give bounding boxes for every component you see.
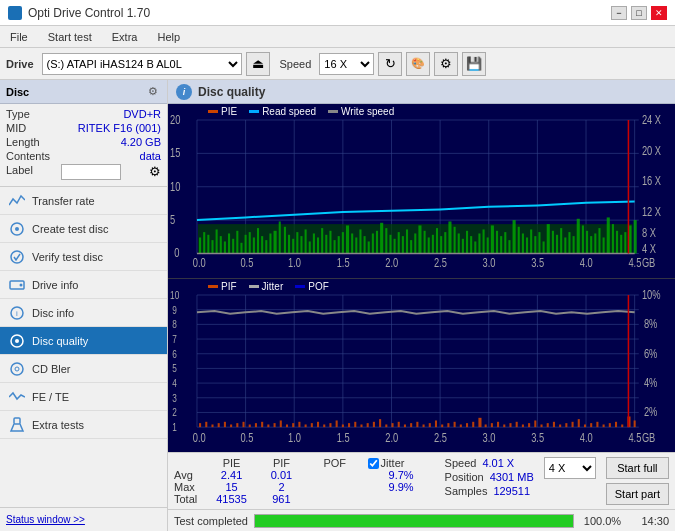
speed-select[interactable]: 16 X <box>319 53 374 75</box>
svg-rect-122 <box>573 236 575 253</box>
start-full-button[interactable]: Start full <box>606 457 669 479</box>
svg-text:4 X: 4 X <box>642 242 656 255</box>
sidebar-item-cd-bler[interactable]: CD Bler <box>0 355 167 383</box>
svg-rect-116 <box>547 224 550 253</box>
drive-info-icon <box>8 276 26 294</box>
svg-text:3: 3 <box>172 391 177 403</box>
svg-rect-230 <box>472 421 474 426</box>
speed-position-samples: Speed 4.01 X Position 4301 MB Samples 12… <box>445 457 534 497</box>
svg-text:5: 5 <box>170 213 175 226</box>
sidebar-item-verify-test-disc-label: Verify test disc <box>32 251 103 263</box>
disc-mid-row: MID RITEK F16 (001) <box>6 122 161 134</box>
main-layout: Disc ⚙ Type DVD+R MID RITEK F16 (001) Le… <box>0 80 675 531</box>
svg-rect-82 <box>402 236 404 253</box>
svg-rect-60 <box>309 241 311 253</box>
svg-text:1.5: 1.5 <box>337 430 350 443</box>
svg-text:2%: 2% <box>644 405 658 418</box>
disc-length-label: Length <box>6 136 40 148</box>
toolbar: Drive (S:) ATAPI iHAS124 B AL0L ⏏ Speed … <box>0 48 675 80</box>
svg-rect-228 <box>460 424 462 427</box>
start-part-button[interactable]: Start part <box>606 483 669 505</box>
sidebar-item-drive-info[interactable]: Drive info <box>0 271 167 299</box>
svg-rect-94 <box>454 227 456 254</box>
menu-help[interactable]: Help <box>153 29 184 45</box>
bottom-statusbar: Test completed 100.0% 14:30 <box>168 509 675 531</box>
svg-rect-38 <box>216 229 218 253</box>
close-button[interactable]: ✕ <box>651 6 667 20</box>
svg-text:2.0: 2.0 <box>385 430 398 443</box>
svg-rect-134 <box>624 232 626 253</box>
svg-rect-103 <box>491 225 494 253</box>
svg-rect-54 <box>284 227 286 254</box>
chart1-svg: 20 15 10 5 0 <box>168 104 675 278</box>
sidebar-item-fe-te[interactable]: FE / TE <box>0 383 167 411</box>
sidebar-menu: Transfer rate Create test disc Verify te… <box>0 187 167 507</box>
svg-rect-195 <box>255 423 257 427</box>
svg-rect-115 <box>543 241 545 253</box>
disc-label-input[interactable] <box>61 164 121 180</box>
svg-text:4.0: 4.0 <box>580 430 593 443</box>
svg-rect-51 <box>269 233 271 253</box>
svg-rect-187 <box>205 421 207 426</box>
svg-rect-223 <box>429 423 431 427</box>
speed-quality-select[interactable]: 4 X <box>544 457 596 479</box>
svg-rect-117 <box>552 231 554 254</box>
eject-button[interactable]: ⏏ <box>246 52 270 76</box>
chart1-container: PIE Read speed Write speed 20 <box>168 104 675 279</box>
minimize-button[interactable]: − <box>611 6 627 20</box>
save-button[interactable]: 💾 <box>462 52 486 76</box>
sidebar-item-verify-test-disc[interactable]: Verify test disc <box>0 243 167 271</box>
svg-rect-213 <box>367 423 369 427</box>
status-window-button[interactable]: Status window >> <box>6 514 85 525</box>
svg-text:0: 0 <box>174 246 179 259</box>
speed-key: Speed <box>445 457 477 469</box>
disc-contents-value: data <box>140 150 161 162</box>
svg-rect-126 <box>590 236 592 253</box>
svg-rect-247 <box>578 419 580 427</box>
svg-rect-110 <box>522 233 524 253</box>
svg-text:2.5: 2.5 <box>434 430 447 443</box>
menu-start-test[interactable]: Start test <box>44 29 96 45</box>
maximize-button[interactable]: □ <box>631 6 647 20</box>
drive-select[interactable]: (S:) ATAPI iHAS124 B AL0L <box>42 53 242 75</box>
sidebar-item-transfer-rate[interactable]: Transfer rate <box>0 187 167 215</box>
svg-rect-56 <box>292 239 294 254</box>
svg-rect-90 <box>436 228 438 253</box>
svg-rect-119 <box>560 228 562 253</box>
menu-extra[interactable]: Extra <box>108 29 142 45</box>
jitter-checkbox[interactable] <box>368 458 379 469</box>
sidebar-item-extra-tests[interactable]: Extra tests <box>0 411 167 439</box>
stats-right: Speed 4.01 X Position 4301 MB Samples 12… <box>445 457 669 505</box>
svg-rect-70 <box>351 233 353 253</box>
svg-rect-236 <box>509 423 511 427</box>
disc-quality-header: i Disc quality <box>168 80 675 104</box>
svg-rect-225 <box>441 424 443 427</box>
color-button[interactable]: 🎨 <box>406 52 430 76</box>
svg-rect-87 <box>424 231 426 254</box>
svg-rect-39 <box>220 236 222 253</box>
svg-rect-204 <box>311 423 313 427</box>
disc-contents-label: Contents <box>6 150 50 162</box>
svg-text:8: 8 <box>172 318 177 330</box>
svg-rect-104 <box>496 231 498 254</box>
jitter-max: 9.9% <box>364 481 439 493</box>
stats-max-row: Max 15 2 9.9% <box>174 481 439 493</box>
position-key: Position <box>445 471 484 483</box>
menu-file[interactable]: File <box>6 29 32 45</box>
sidebar-item-disc-quality[interactable]: Disc quality <box>0 327 167 355</box>
refresh-button[interactable]: ↻ <box>378 52 402 76</box>
sidebar-item-disc-info[interactable]: i Disc info <box>0 299 167 327</box>
svg-rect-63 <box>321 228 323 253</box>
svg-rect-118 <box>556 235 558 254</box>
fe-te-icon <box>8 388 26 406</box>
legend-pof: POF <box>295 281 329 292</box>
disc-label-gear-icon[interactable]: ⚙ <box>149 164 161 180</box>
action-buttons: Start full Start part <box>606 457 669 505</box>
sidebar-item-create-test-disc[interactable]: Create test disc <box>0 215 167 243</box>
svg-rect-128 <box>598 228 600 253</box>
svg-rect-193 <box>242 421 244 426</box>
settings-button[interactable]: ⚙ <box>434 52 458 76</box>
disc-header-icon[interactable]: ⚙ <box>145 84 161 100</box>
disc-mid-value: RITEK F16 (001) <box>78 122 161 134</box>
svg-text:3.5: 3.5 <box>531 256 544 269</box>
